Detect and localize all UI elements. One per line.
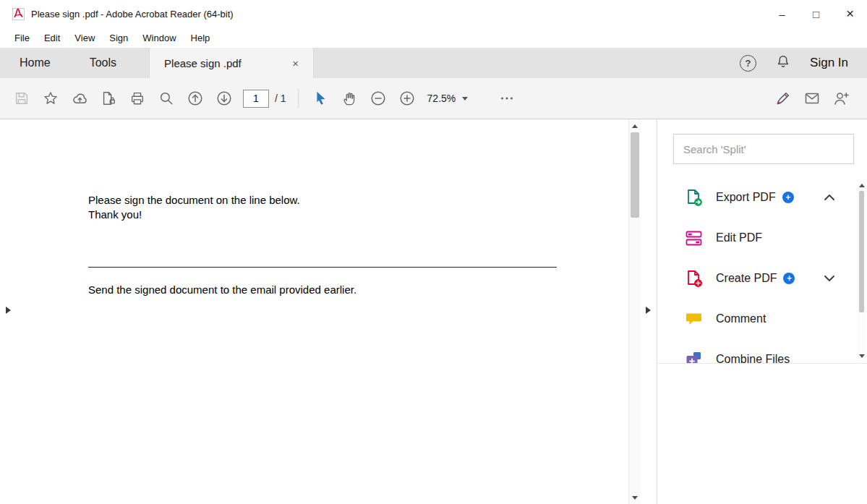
zoom-level-value: 72.5% xyxy=(427,93,456,104)
tools-panel-scrollbar[interactable] xyxy=(857,179,866,362)
chevron-down-icon[interactable] xyxy=(824,272,835,285)
notifications-bell-icon[interactable] xyxy=(775,54,791,72)
chevron-down-icon xyxy=(462,97,468,101)
tab-bar: Home Tools Please sign .pdf × ? Sign In xyxy=(0,48,867,78)
tools-panel: Export PDF + Edit PDF xyxy=(657,119,867,504)
menu-view[interactable]: View xyxy=(67,33,102,43)
next-page-button[interactable] xyxy=(210,84,239,113)
tab-home[interactable]: Home xyxy=(0,48,70,78)
tools-list: Export PDF + Edit PDF xyxy=(657,177,867,364)
left-pane-strip xyxy=(0,119,18,504)
selection-tool-button[interactable] xyxy=(306,84,335,113)
title-bar: Please sign .pdf - Adobe Acrobat Reader … xyxy=(0,0,867,27)
tool-label: Combine Files xyxy=(716,353,790,364)
menu-edit[interactable]: Edit xyxy=(37,33,67,43)
chevron-up-icon[interactable] xyxy=(824,191,835,204)
tool-comment[interactable]: Comment xyxy=(657,299,867,339)
document-lock-button[interactable] xyxy=(94,84,123,113)
close-button[interactable]: × xyxy=(833,0,867,27)
create-pdf-icon xyxy=(684,269,704,289)
menu-window[interactable]: Window xyxy=(135,33,183,43)
document-instruction: Send the signed document to the email pr… xyxy=(88,283,356,296)
scroll-up-icon[interactable] xyxy=(857,180,866,190)
addon-plus-badge: + xyxy=(783,273,795,284)
tab-bar-right: ? Sign In xyxy=(740,48,867,78)
scroll-down-icon[interactable] xyxy=(629,492,641,503)
send-email-button[interactable] xyxy=(798,84,827,113)
zoom-level-dropdown[interactable]: 72.5% xyxy=(427,93,469,104)
marquee-zoom-button[interactable] xyxy=(152,84,181,113)
tool-label: Comment xyxy=(716,312,766,325)
tool-export-pdf[interactable]: Export PDF + xyxy=(657,177,867,218)
tab-tools[interactable]: Tools xyxy=(70,48,136,78)
scroll-down-icon[interactable] xyxy=(857,351,866,361)
main-area: Please sign the document on the line bel… xyxy=(0,119,867,504)
previous-page-button[interactable] xyxy=(181,84,210,113)
right-pane-strip xyxy=(641,119,657,504)
scroll-up-icon[interactable] xyxy=(629,120,641,132)
combine-files-icon xyxy=(684,350,704,364)
fill-and-sign-button[interactable] xyxy=(769,84,798,113)
maximize-button[interactable]: □ xyxy=(799,0,833,27)
cloud-upload-button[interactable] xyxy=(65,84,94,113)
document-scrollbar[interactable] xyxy=(628,119,641,504)
scrollbar-thumb[interactable] xyxy=(859,191,864,312)
zoom-in-button[interactable] xyxy=(393,84,422,113)
help-icon[interactable]: ? xyxy=(740,55,756,72)
document-paragraph: Please sign the document on the line bel… xyxy=(88,193,300,222)
menu-sign[interactable]: Sign xyxy=(102,33,135,43)
sign-in-button[interactable]: Sign In xyxy=(810,56,848,70)
window-controls: – □ × xyxy=(765,0,867,27)
document-line-2: Thank you! xyxy=(88,208,300,222)
page-count-label: / 1 xyxy=(275,93,286,104)
print-button[interactable] xyxy=(123,84,152,113)
more-tools-button[interactable] xyxy=(492,84,521,113)
signature-line xyxy=(88,267,557,268)
tool-label: Export PDF xyxy=(716,191,776,204)
tool-edit-pdf[interactable]: Edit PDF xyxy=(657,218,867,258)
acrobat-app-icon xyxy=(12,8,25,20)
document-tab-label: Please sign .pdf xyxy=(164,57,242,69)
toolbar-separator xyxy=(298,89,299,108)
toolbar: / 1 72.5% xyxy=(0,78,867,119)
collapse-tools-pane-icon[interactable] xyxy=(646,307,651,314)
menu-bar: File Edit View Sign Window Help xyxy=(0,27,867,48)
star-favorite-button[interactable] xyxy=(36,84,65,113)
export-pdf-icon xyxy=(684,188,704,208)
scrollbar-thumb[interactable] xyxy=(631,132,639,218)
comment-icon xyxy=(684,309,704,329)
tool-combine-files[interactable]: Combine Files xyxy=(657,339,867,364)
save-button[interactable] xyxy=(7,84,36,113)
menu-file[interactable]: File xyxy=(7,33,37,43)
minimize-button[interactable]: – xyxy=(765,0,799,27)
tools-search-input[interactable] xyxy=(673,134,854,164)
share-person-add-button[interactable] xyxy=(827,84,855,113)
hand-tool-button[interactable] xyxy=(335,84,364,113)
menu-help[interactable]: Help xyxy=(184,33,218,43)
window-title: Please sign .pdf - Adobe Acrobat Reader … xyxy=(31,9,234,20)
addon-plus-badge: + xyxy=(782,192,794,203)
open-navigation-pane-icon[interactable] xyxy=(6,307,11,314)
page-number-input[interactable] xyxy=(243,90,269,108)
tool-label: Create PDF xyxy=(716,272,777,285)
zoom-out-button[interactable] xyxy=(364,84,393,113)
tool-create-pdf[interactable]: Create PDF + xyxy=(657,258,867,299)
tool-label: Edit PDF xyxy=(716,231,762,244)
document-page[interactable]: Please sign the document on the line bel… xyxy=(18,119,628,504)
document-line-1: Please sign the document on the line bel… xyxy=(88,193,300,208)
page-navigation: / 1 xyxy=(243,90,286,108)
document-tab-close-icon[interactable]: × xyxy=(281,57,299,69)
toolbar-right-group xyxy=(769,84,860,113)
edit-pdf-icon xyxy=(684,228,704,248)
tab-document[interactable]: Please sign .pdf × xyxy=(149,48,314,78)
